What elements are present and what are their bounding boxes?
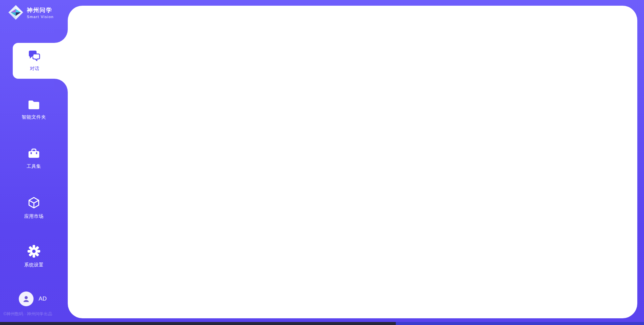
cube-icon [27,196,41,210]
sidebar-item-label: 系统设置 [24,262,44,268]
sidebar-item-label: 智能文件夹 [22,114,46,120]
app-subtitle: Smart Vision [27,15,54,19]
user-initials: AD [39,296,47,302]
sidebar-item-smart-folder[interactable]: 智能文件夹 [0,99,68,120]
toolbox-icon [27,147,41,160]
gear-icon [27,245,41,259]
app-title: 神州问学 [27,7,54,14]
sidebar-item-label: 对话 [30,66,39,72]
sidebar-item-toolset[interactable]: 工具集 [0,147,68,170]
avatar [19,291,34,306]
sidebar-item-app-market[interactable]: 应用市场 [0,196,68,219]
diamond-logo-icon [8,5,23,21]
chat-icon [28,50,41,63]
user-profile[interactable]: AD [19,291,47,306]
app-window: 神州问学 Smart Vision 对话 智能文件夹 [0,0,644,325]
main-content-panel [68,6,637,318]
sidebar-item-label: 应用市场 [24,213,44,219]
app-logo: 神州问学 Smart Vision [8,5,54,21]
copyright-footer: ©神州数码 · 神州问学出品 [3,311,52,317]
window-bottom-edge-blue [396,322,644,325]
tab-merge-curve-top [54,29,68,43]
sidebar-item-label: 工具集 [26,164,41,170]
sidebar-item-chat[interactable]: 对话 [13,43,68,79]
folder-icon [27,99,41,111]
tab-merge-curve-bottom [54,79,68,92]
sidebar-item-settings[interactable]: 系统设置 [0,245,68,268]
window-bottom-edge-dark [0,322,396,325]
